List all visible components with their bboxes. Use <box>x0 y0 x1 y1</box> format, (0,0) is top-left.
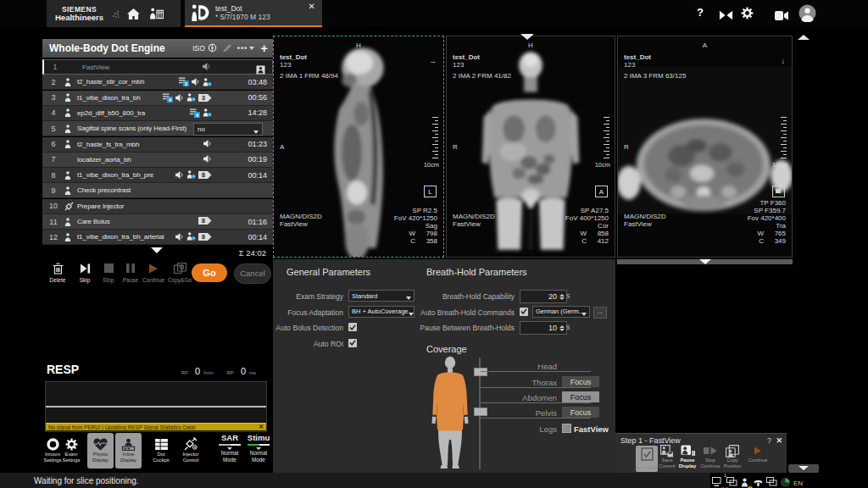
home-icon[interactable] <box>127 8 140 23</box>
patient-tab[interactable]: test_Dot* 5/7/1970 M 123✕ <box>185 0 322 27</box>
continue--button[interactable]: Continue <box>745 445 771 463</box>
user-avatar[interactable] <box>798 4 816 25</box>
collapse-bar[interactable] <box>617 259 793 264</box>
more-button[interactable]: ... <box>593 307 607 319</box>
step-dropdown[interactable]: no <box>193 123 263 136</box>
continue-button[interactable]: Continue <box>139 263 168 283</box>
tray-network-icon[interactable] <box>726 475 737 488</box>
injector-control-button[interactable]: InjectorControl <box>175 435 206 463</box>
collapse-arrow-icon <box>699 259 711 264</box>
tray-language[interactable]: EN <box>793 480 803 487</box>
slice-group-icon: 1 <box>179 77 189 86</box>
orientation-cube-icon[interactable]: L <box>424 186 437 197</box>
expand-right-icon[interactable] <box>798 35 810 40</box>
spinner-arrows-icon[interactable] <box>559 294 565 300</box>
tab-close-icon[interactable]: ✕ <box>309 2 315 11</box>
step-control-panel: Step 1 - FastView?✕Auto SaveSaveCurrentP… <box>615 433 787 473</box>
protocol-step-row[interactable]: 1FastView <box>42 59 273 75</box>
stimu-monitor[interactable]: StimuNormalMode <box>245 433 272 463</box>
coverage-divider <box>481 418 591 419</box>
image-viewport[interactable]: test_Dot1232 IMA 3 FRM 63/125A↓R10cmTP F… <box>617 36 793 258</box>
help-icon[interactable]: ? <box>697 6 704 19</box>
orientation-cube-icon[interactable] <box>772 186 785 197</box>
copygo-button[interactable]: Copy&Go <box>165 263 194 283</box>
protocol-step-row[interactable]: 4ep2d_diff_b50_800_tra414:28 <box>42 106 273 121</box>
collapse-images-icon[interactable] <box>520 34 534 40</box>
coverage-handle-bottom[interactable] <box>474 408 487 416</box>
param-spinner[interactable]: 20 <box>520 290 567 303</box>
scale-label: 10cm <box>595 161 610 169</box>
param-spinner[interactable]: 10 <box>520 321 567 335</box>
tray-phone-icon[interactable] <box>754 475 763 488</box>
protocol-step-row[interactable]: 3t1_vibe_dixon_tra_bh4300:56 <box>42 91 273 106</box>
monitor-level-bar <box>219 444 241 446</box>
protocol-step-row[interactable]: 6t2_haste_fs_tra_mbh01:23 <box>42 137 273 152</box>
orientation-left-label: A <box>280 143 284 151</box>
protocol-step-row[interactable]: 10Prepare Injector <box>42 199 273 214</box>
physio-display-button[interactable]: PhysioDisplay <box>87 433 114 469</box>
coverage-handle-top[interactable] <box>474 368 487 376</box>
delete-button[interactable]: Delete <box>43 263 72 283</box>
edit-pencil-icon[interactable] <box>223 41 231 56</box>
param-checkbox[interactable] <box>348 323 357 331</box>
protocol-title: Whole-Body Dot Engine <box>49 42 165 54</box>
settings-gear-icon[interactable] <box>741 7 754 23</box>
vp-param-line: FoV 400*1250 <box>565 214 609 222</box>
param-select[interactable]: German (Germ... <box>532 306 590 318</box>
tray-expand-button[interactable] <box>788 464 819 473</box>
focus-button[interactable]: Focus <box>562 376 599 387</box>
resp-rp-value: 0 <box>241 366 246 376</box>
more-options-icon[interactable]: ••• <box>237 44 254 53</box>
resp-values: RF0/minRP0ms <box>170 366 256 376</box>
dot-cockpit-button[interactable]: DotCockpit <box>146 435 176 463</box>
param-checkbox[interactable] <box>520 308 528 316</box>
step-panel-title: Step 1 - FastView <box>620 436 681 445</box>
protocol-step-row[interactable]: 8t1_vibe_dixon_tra_bh_pre800:14 <box>42 168 273 183</box>
step-name: t1_vibe_dixon_tra_bh <box>77 94 141 102</box>
go-button[interactable]: Go <box>192 263 227 282</box>
focus-button[interactable]: Focus <box>562 407 599 418</box>
step-panel-close-icon[interactable]: ✕ <box>776 436 782 445</box>
tray-devices-icon[interactable] <box>766 475 777 488</box>
protocol-step-row[interactable]: 5Sagittal spine scans (only Head-First)n… <box>42 121 273 136</box>
wc-value: 765 <box>764 230 786 237</box>
image-viewport[interactable]: test_Dot1232 IMA 2 FRM 41/82HR10cmASP A2… <box>446 36 615 258</box>
orientation-cube-icon[interactable]: A <box>595 186 608 197</box>
tray-coil-icon[interactable]: ! <box>741 475 750 488</box>
patient-browser-icon[interactable] <box>150 8 164 23</box>
protocol-header-tools: ISO•••+ <box>192 41 268 56</box>
legs-fastview-checkbox[interactable] <box>562 424 571 433</box>
protocol-step-row[interactable]: 12t1_vibe_dixon_tra_bh_arterial800:14 <box>42 230 273 245</box>
sar-monitor[interactable]: SARNormalMode <box>216 433 243 463</box>
cancel-button[interactable]: Cancel <box>234 263 271 284</box>
viewport-arrow-icon[interactable]: → <box>429 57 437 65</box>
image-viewport[interactable]: test_Dot1232 IMA 1 FRM 48/94H→A10cmLSP R… <box>273 36 444 258</box>
cube-letter: A <box>599 188 604 196</box>
coverage-divider <box>481 371 591 372</box>
protocol-step-row[interactable]: 2t2_haste_stir_cor_mbh103:48 <box>42 75 273 90</box>
toolbar-label-2: Display <box>120 458 136 463</box>
step-panel-help-icon[interactable]: ? <box>767 436 771 445</box>
mr-apps-icon[interactable] <box>719 8 733 24</box>
step-position-icon <box>64 93 76 102</box>
warning-close-icon[interactable]: ✕ <box>259 424 264 430</box>
viewport-arrow-icon[interactable]: ↓ <box>782 57 786 65</box>
isocenter-icon[interactable] <box>208 41 217 56</box>
viewport-mode: MAGN/DIS2DFastView <box>453 213 495 228</box>
inline-display-button[interactable]: InlineDisplay <box>115 433 142 469</box>
pause-display-button[interactable]: PauseDisplay <box>675 445 700 469</box>
add-step-icon[interactable]: + <box>260 41 268 55</box>
svg-text:8: 8 <box>202 234 205 240</box>
scroll-down-icon[interactable] <box>151 247 163 253</box>
camera-icon[interactable] <box>775 8 788 24</box>
param-checkbox[interactable] <box>348 339 357 347</box>
protocol-step-row[interactable]: 7localizer_aorta_bh00:19 <box>42 152 273 168</box>
copy-position-button[interactable]: CopyPosition <box>720 445 745 469</box>
protocol-step-row[interactable]: 9Check precontrast <box>42 183 273 198</box>
spinner-arrows-icon[interactable] <box>559 325 565 331</box>
protocol-step-row[interactable]: 11Care Bolus801:16 <box>42 214 273 230</box>
tray-disk-usage-icon[interactable] <box>781 475 790 488</box>
exam-settings-button[interactable]: ExamSettings <box>56 435 86 463</box>
focus-button[interactable]: Focus <box>562 391 599 402</box>
tray-host-icon[interactable]: 1 <box>712 475 723 488</box>
